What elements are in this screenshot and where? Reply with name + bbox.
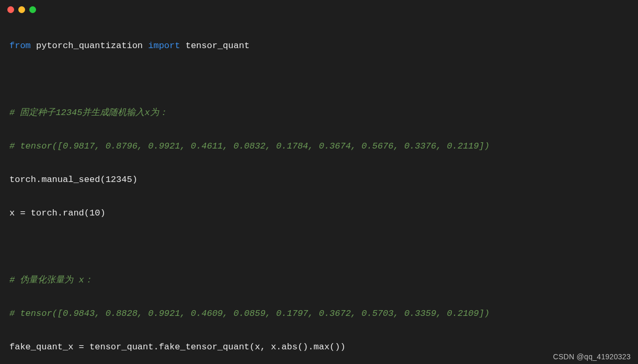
zoom-icon[interactable]: [29, 6, 36, 13]
comment-line: # tensor([0.9817, 0.8796, 0.9921, 0.4611…: [9, 134, 629, 158]
code-line-import: from pytorch_quantization import tensor_…: [9, 34, 629, 58]
code-line: torch.manual_seed(12345): [9, 168, 629, 191]
keyword-import: import: [148, 41, 180, 51]
keyword-from: from: [9, 41, 31, 51]
minimize-icon[interactable]: [18, 6, 25, 13]
import-name: tensor_quant: [186, 41, 249, 51]
code-line: x = torch.rand(10): [9, 201, 629, 225]
code-block: from pytorch_quantization import tensor_…: [0, 19, 638, 364]
comment-line: # 伪量化张量为 x：: [9, 268, 629, 292]
watermark-text: CSDN @qq_41920323: [553, 352, 631, 361]
window-titlebar: [0, 0, 638, 19]
comment-line: # 固定种子12345并生成随机输入x为：: [9, 101, 629, 124]
comment-line: # tensor([0.9843, 0.8828, 0.9921, 0.4609…: [9, 302, 629, 325]
blank-line: [9, 67, 629, 91]
module-name: pytorch_quantization: [36, 41, 143, 51]
close-icon[interactable]: [7, 6, 14, 13]
code-line: fake_quant_x = tensor_quant.fake_tensor_…: [9, 335, 629, 359]
blank-line: [9, 235, 629, 258]
